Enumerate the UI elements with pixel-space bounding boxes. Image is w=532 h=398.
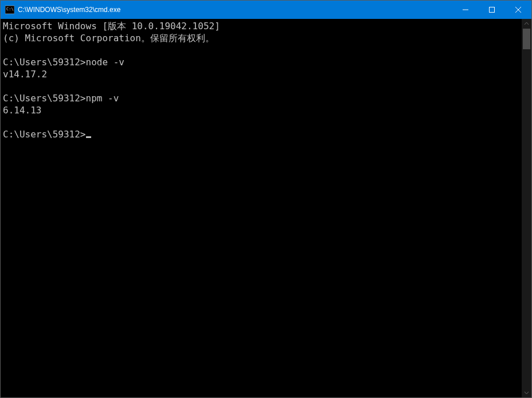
header-line: Microsoft Windows [版本 10.0.19042.1052] bbox=[3, 20, 522, 32]
chevron-up-icon bbox=[524, 21, 529, 26]
window-title: C:\WINDOWS\system32\cmd.exe bbox=[18, 6, 452, 14]
prompt: C:\Users\59312> bbox=[3, 129, 86, 140]
prompt: C:\Users\59312> bbox=[3, 93, 86, 104]
prompt: C:\Users\59312> bbox=[3, 57, 86, 68]
window-controls bbox=[452, 1, 531, 19]
scrollbar-down-button[interactable] bbox=[522, 388, 531, 397]
blank-line bbox=[3, 116, 522, 128]
cmd-icon: C:\ _ bbox=[5, 5, 14, 14]
scrollbar-up-button[interactable] bbox=[522, 19, 531, 29]
current-prompt-line: C:\Users\59312> bbox=[3, 128, 522, 140]
terminal-output[interactable]: Microsoft Windows [版本 10.0.19042.1052](c… bbox=[1, 19, 522, 397]
output-line: 6.14.13 bbox=[3, 104, 522, 116]
command-text: npm -v bbox=[86, 93, 119, 104]
close-icon bbox=[515, 7, 521, 13]
close-button[interactable] bbox=[505, 1, 531, 19]
command-line: C:\Users\59312>npm -v bbox=[3, 92, 522, 104]
blank-line bbox=[3, 80, 522, 92]
blank-line bbox=[3, 44, 522, 56]
cursor bbox=[86, 136, 91, 138]
command-text: node -v bbox=[86, 57, 124, 68]
scrollbar-thumb[interactable] bbox=[523, 29, 530, 49]
window-titlebar[interactable]: C:\ _ C:\WINDOWS\system32\cmd.exe bbox=[1, 1, 531, 19]
chevron-down-icon bbox=[524, 390, 529, 395]
vertical-scrollbar[interactable] bbox=[522, 19, 531, 397]
maximize-icon bbox=[489, 7, 495, 13]
minimize-icon bbox=[463, 7, 468, 13]
maximize-button[interactable] bbox=[479, 1, 505, 19]
svg-rect-4 bbox=[490, 7, 495, 13]
minimize-button[interactable] bbox=[452, 1, 479, 19]
copyright-line: (c) Microsoft Corporation。保留所有权利。 bbox=[3, 32, 522, 44]
output-line: v14.17.2 bbox=[3, 68, 522, 80]
command-line: C:\Users\59312>node -v bbox=[3, 56, 522, 68]
